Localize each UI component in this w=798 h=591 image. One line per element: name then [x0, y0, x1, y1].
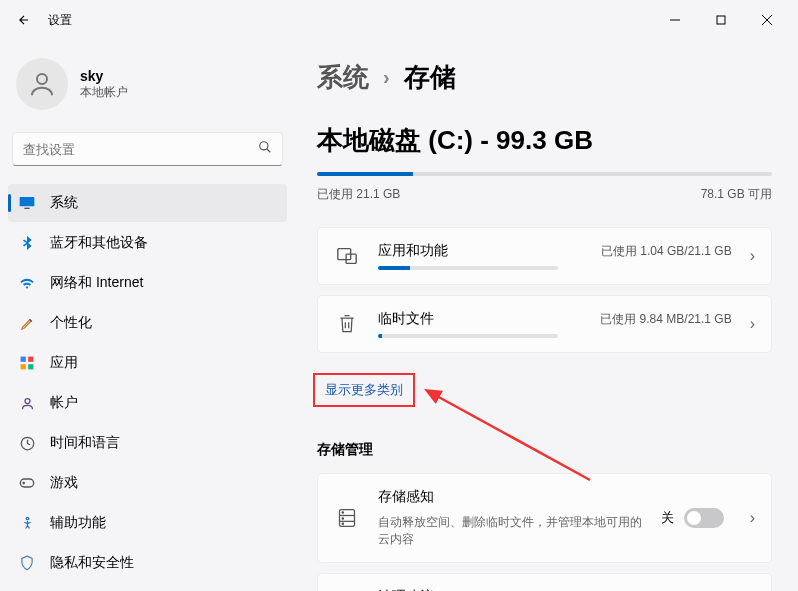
- storage-icon: [334, 505, 360, 531]
- chevron-right-icon: ›: [383, 66, 390, 89]
- nav-bluetooth[interactable]: 蓝牙和其他设备: [8, 224, 287, 262]
- storage-management-title: 存储管理: [317, 441, 772, 459]
- user-name: sky: [80, 68, 128, 84]
- network-icon: [18, 274, 36, 292]
- breadcrumb: 系统 › 存储: [317, 60, 772, 95]
- shield-icon: [18, 554, 36, 572]
- show-more-categories[interactable]: 显示更多类别: [313, 373, 415, 407]
- nav-network[interactable]: 网络和 Internet: [8, 264, 287, 302]
- user-block[interactable]: sky 本地帐户: [8, 50, 287, 128]
- nav-label: 个性化: [50, 314, 92, 332]
- card-title: 清理建议: [378, 588, 732, 591]
- trash-icon: [334, 311, 360, 337]
- card-apps-features[interactable]: 应用和功能 已使用 1.04 GB/21.1 GB ›: [317, 227, 772, 285]
- svg-rect-8: [24, 208, 29, 209]
- card-title: 应用和功能: [378, 242, 448, 260]
- nav-label: 时间和语言: [50, 434, 120, 452]
- disk-title: 本地磁盘 (C:) - 99.3 GB: [317, 123, 772, 158]
- svg-point-24: [342, 523, 343, 524]
- apps-usage-bar: [378, 266, 558, 270]
- nav-time[interactable]: 时间和语言: [8, 424, 287, 462]
- window-title: 设置: [48, 12, 72, 29]
- nav-label: 游戏: [50, 474, 78, 492]
- nav-label: 系统: [50, 194, 78, 212]
- accounts-icon: [18, 394, 36, 412]
- card-cleanup-recommendations[interactable]: 清理建议 正在查找要清理的项目 ›: [317, 573, 772, 591]
- time-icon: [18, 434, 36, 452]
- card-title: 存储感知: [378, 488, 643, 506]
- chevron-right-icon: ›: [750, 315, 755, 333]
- svg-point-23: [342, 518, 343, 519]
- breadcrumb-parent[interactable]: 系统: [317, 60, 369, 95]
- svg-point-22: [342, 512, 343, 513]
- back-button[interactable]: [8, 4, 40, 36]
- svg-rect-10: [28, 357, 33, 362]
- window-controls: [652, 4, 790, 36]
- toggle-state-label: 关: [661, 509, 674, 527]
- gaming-icon: [18, 474, 36, 492]
- search-icon: [258, 140, 272, 158]
- card-meta: 已使用 9.84 MB/21.1 GB: [600, 311, 731, 328]
- svg-rect-12: [28, 364, 33, 369]
- chevron-right-icon: ›: [750, 247, 755, 265]
- personalization-icon: [18, 314, 36, 332]
- minimize-button[interactable]: [652, 4, 698, 36]
- main-content: 系统 › 存储 本地磁盘 (C:) - 99.3 GB 已使用 21.1 GB …: [295, 40, 798, 591]
- svg-point-5: [260, 142, 268, 150]
- nav-system[interactable]: 系统: [8, 184, 287, 222]
- nav-label: 网络和 Internet: [50, 274, 143, 292]
- svg-point-13: [25, 398, 30, 403]
- maximize-button[interactable]: [698, 4, 744, 36]
- user-subtitle: 本地帐户: [80, 84, 128, 101]
- card-temp-files[interactable]: 临时文件 已使用 9.84 MB/21.1 GB ›: [317, 295, 772, 353]
- disk-used-label: 已使用 21.1 GB: [317, 186, 400, 203]
- title-bar: 设置: [0, 0, 798, 40]
- svg-line-6: [267, 149, 271, 153]
- disk-free-label: 78.1 GB 可用: [701, 186, 772, 203]
- card-title: 临时文件: [378, 310, 434, 328]
- breadcrumb-current: 存储: [404, 60, 456, 95]
- card-meta: 已使用 1.04 GB/21.1 GB: [601, 243, 732, 260]
- disk-usage-row: 已使用 21.1 GB 78.1 GB 可用: [317, 186, 772, 203]
- nav-label: 辅助功能: [50, 514, 106, 532]
- svg-rect-7: [20, 197, 35, 206]
- nav-accessibility[interactable]: 辅助功能: [8, 504, 287, 542]
- avatar: [16, 58, 68, 110]
- nav-accounts[interactable]: 帐户: [8, 384, 287, 422]
- temp-usage-bar: [378, 334, 558, 338]
- svg-rect-1: [717, 16, 725, 24]
- svg-point-4: [37, 74, 47, 84]
- storage-sense-toggle[interactable]: [684, 508, 724, 528]
- disk-usage-bar: [317, 172, 772, 176]
- system-icon: [18, 194, 36, 212]
- chevron-right-icon: ›: [750, 509, 755, 527]
- svg-rect-11: [21, 364, 26, 369]
- svg-rect-9: [21, 357, 26, 362]
- svg-point-16: [26, 517, 29, 520]
- nav-personalization[interactable]: 个性化: [8, 304, 287, 342]
- nav-apps[interactable]: 应用: [8, 344, 287, 382]
- card-storage-sense[interactable]: 存储感知 自动释放空间、删除临时文件，并管理本地可用的云内容 关 ›: [317, 473, 772, 563]
- apps-icon: [18, 354, 36, 372]
- search-input[interactable]: [23, 142, 258, 157]
- nav-label: 应用: [50, 354, 78, 372]
- nav-label: 帐户: [50, 394, 78, 412]
- apps-card-icon: [334, 243, 360, 269]
- close-button[interactable]: [744, 4, 790, 36]
- nav-label: 隐私和安全性: [50, 554, 134, 572]
- storage-sense-toggle-group: 关: [661, 508, 724, 528]
- nav-label: 蓝牙和其他设备: [50, 234, 148, 252]
- search-box[interactable]: [12, 132, 283, 166]
- nav: 系统 蓝牙和其他设备 网络和 Internet 个性化 应用 帐户: [8, 184, 287, 582]
- nav-privacy[interactable]: 隐私和安全性: [8, 544, 287, 582]
- nav-gaming[interactable]: 游戏: [8, 464, 287, 502]
- bluetooth-icon: [18, 234, 36, 252]
- card-subtitle: 自动释放空间、删除临时文件，并管理本地可用的云内容: [378, 514, 643, 548]
- sidebar: sky 本地帐户 系统 蓝牙和其他设备 网络和 Internet 个: [0, 40, 295, 591]
- accessibility-icon: [18, 514, 36, 532]
